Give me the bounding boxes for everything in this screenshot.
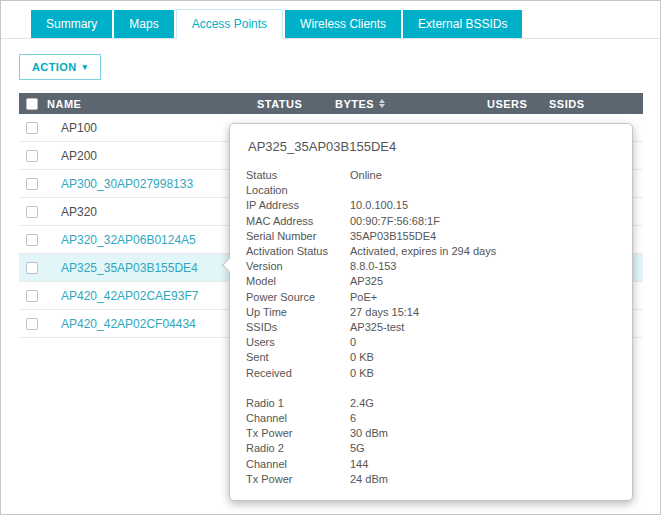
tab-maps[interactable]: Maps	[114, 10, 173, 38]
sort-arrows-icon[interactable]	[379, 99, 385, 108]
column-header-users[interactable]: USERS	[487, 98, 549, 110]
detail-row: Up Time27 days 15:14	[246, 305, 616, 320]
row-checkbox[interactable]	[26, 206, 38, 218]
detail-value: 30 dBm	[350, 426, 616, 441]
ap-name: AP320	[45, 205, 257, 219]
detail-value: 35AP03B155DE4	[350, 229, 616, 244]
detail-value: 144	[350, 457, 616, 472]
column-header-bytes-label: BYTES	[335, 98, 374, 110]
detail-value: PoE+	[350, 290, 616, 305]
detail-label: Received	[246, 366, 350, 381]
detail-value: Online	[350, 168, 616, 183]
detail-label: Activation Status	[246, 244, 350, 259]
detail-label: Tx Power	[246, 426, 350, 441]
detail-label: MAC Address	[246, 214, 350, 229]
tab-external-bssids[interactable]: External BSSIDs	[403, 10, 522, 38]
detail-row: Serial Number35AP03B155DE4	[246, 229, 616, 244]
ap-name-link[interactable]: AP300_30AP027998133	[45, 177, 257, 191]
detail-value: 10.0.100.15	[350, 198, 616, 213]
detail-row: SSIDsAP325-test	[246, 320, 616, 335]
row-checkbox[interactable]	[26, 262, 38, 274]
detail-label: Power Source	[246, 290, 350, 305]
select-all-cell	[19, 98, 45, 110]
column-header-status[interactable]: STATUS	[257, 98, 335, 110]
detail-label: Up Time	[246, 305, 350, 320]
select-all-checkbox[interactable]	[26, 98, 38, 110]
detail-label: Version	[246, 259, 350, 274]
detail-row: Sent0 KB	[246, 350, 616, 365]
detail-label: SSIDs	[246, 320, 350, 335]
row-checkbox[interactable]	[26, 318, 38, 330]
detail-spacer	[246, 381, 616, 396]
action-button[interactable]: ACTION ▾	[19, 54, 101, 80]
detail-row: Received0 KB	[246, 366, 616, 381]
detail-label: Location	[246, 183, 350, 198]
tab-bar: SummaryMapsAccess PointsWireless Clients…	[1, 1, 660, 39]
detail-label: Channel	[246, 411, 350, 426]
detail-row: ModelAP325	[246, 274, 616, 289]
column-header-name[interactable]: NAME	[45, 98, 257, 110]
row-checkbox[interactable]	[26, 290, 38, 302]
detail-row: Activation StatusActivated, expires in 2…	[246, 244, 616, 259]
column-header-bytes[interactable]: BYTES	[335, 98, 487, 110]
detail-row: Radio 12.4G	[246, 396, 616, 411]
detail-label: Model	[246, 274, 350, 289]
detail-value: 00:90:7F:56:68:1F	[350, 214, 616, 229]
detail-row: Tx Power30 dBm	[246, 426, 616, 441]
ap-name-link[interactable]: AP420_42AP02CAE93F7	[45, 289, 257, 303]
detail-value: 0 KB	[350, 350, 616, 365]
detail-label: IP Address	[246, 198, 350, 213]
ap-name: AP100	[45, 121, 257, 135]
detail-label: Status	[246, 168, 350, 183]
ap-name-link[interactable]: AP420_42AP02CF04434	[45, 317, 257, 331]
row-checkbox[interactable]	[26, 150, 38, 162]
popover-title: AP325_35AP03B155DE4	[248, 139, 616, 154]
detail-value: 8.8.0-153	[350, 259, 616, 274]
column-header-ssids[interactable]: SSIDS	[549, 98, 643, 110]
app-window: SummaryMapsAccess PointsWireless Clients…	[0, 0, 661, 515]
row-checkbox-cell	[19, 318, 45, 330]
row-checkbox[interactable]	[26, 234, 38, 246]
detail-value: 6	[350, 411, 616, 426]
action-button-label: ACTION	[32, 61, 77, 73]
detail-label: Channel	[246, 457, 350, 472]
detail-value: 27 days 15:14	[350, 305, 616, 320]
table-header: NAME STATUS BYTES USERS SSIDS	[19, 93, 643, 114]
detail-row: Tx Power24 dBm	[246, 472, 616, 487]
tab-summary[interactable]: Summary	[31, 10, 112, 38]
detail-row: Users0	[246, 335, 616, 350]
ap-name: AP200	[45, 149, 257, 163]
detail-row: StatusOnline	[246, 168, 616, 183]
detail-value: 0 KB	[350, 366, 616, 381]
detail-label: Tx Power	[246, 472, 350, 487]
detail-label: Sent	[246, 350, 350, 365]
tab-wireless-clients[interactable]: Wireless Clients	[285, 10, 401, 38]
detail-value: 0	[350, 335, 616, 350]
row-checkbox-cell	[19, 234, 45, 246]
row-checkbox-cell	[19, 206, 45, 218]
row-checkbox[interactable]	[26, 178, 38, 190]
detail-value: 2.4G	[350, 396, 616, 411]
chevron-down-icon: ▾	[83, 63, 88, 72]
row-checkbox-cell	[19, 290, 45, 302]
detail-value: 24 dBm	[350, 472, 616, 487]
row-checkbox-cell	[19, 178, 45, 190]
detail-row: IP Address10.0.100.15	[246, 198, 616, 213]
detail-label: Users	[246, 335, 350, 350]
detail-value	[350, 183, 616, 198]
tab-access-points[interactable]: Access Points	[176, 9, 283, 39]
detail-row: Channel144	[246, 457, 616, 472]
detail-value: Activated, expires in 294 days	[350, 244, 616, 259]
detail-value: AP325	[350, 274, 616, 289]
detail-row: Radio 25G	[246, 441, 616, 456]
detail-row: Channel6	[246, 411, 616, 426]
ap-name-link[interactable]: AP320_32AP06B0124A5	[45, 233, 257, 247]
ap-details-popover: AP325_35AP03B155DE4 StatusOnlineLocation…	[229, 123, 633, 501]
detail-row: Version8.8.0-153	[246, 259, 616, 274]
row-checkbox[interactable]	[26, 122, 38, 134]
detail-label: Radio 1	[246, 396, 350, 411]
detail-label: Radio 2	[246, 441, 350, 456]
detail-value: AP325-test	[350, 320, 616, 335]
detail-row: Power SourcePoE+	[246, 290, 616, 305]
popover-fields: StatusOnlineLocationIP Address10.0.100.1…	[246, 168, 616, 487]
